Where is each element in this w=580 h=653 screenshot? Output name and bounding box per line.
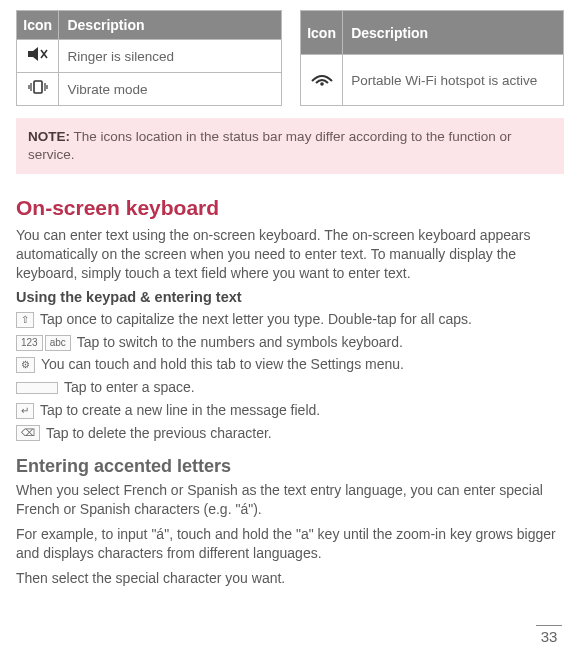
status-icons-table-left: Icon Description Ringer is silenced Vibr…	[16, 10, 282, 106]
space-key-icon	[16, 382, 58, 394]
cell-desc: Ringer is silenced	[59, 40, 282, 73]
svg-rect-3	[34, 81, 42, 93]
line-text: You can touch and hold this tab to view …	[41, 354, 404, 376]
table-row: Ringer is silenced	[17, 40, 282, 73]
keypad-line: 123abc Tap to switch to the numbers and …	[16, 332, 564, 354]
para-accented-3: Then select the special character you wa…	[16, 569, 564, 588]
keypad-line: Tap once to capitalize the next letter y…	[16, 309, 564, 331]
th-desc: Description	[343, 11, 564, 55]
svg-marker-0	[28, 47, 38, 61]
para-accented-2: For example, to input "á", touch and hol…	[16, 525, 564, 563]
th-icon: Icon	[17, 11, 59, 40]
vibrate-icon	[17, 73, 59, 106]
subhead-keypad: Using the keypad & entering text	[16, 289, 564, 305]
shift-key-icon	[16, 312, 34, 328]
para-keyboard: You can enter text using the on-screen k…	[16, 226, 564, 283]
settings-key-icon: ⚙	[16, 357, 35, 373]
keypad-line: Tap to create a new line in the message …	[16, 400, 564, 422]
line-text: Tap to enter a space.	[64, 377, 195, 399]
line-text: Tap to delete the previous character.	[46, 423, 272, 445]
numsym-key-icon: 123abc	[16, 335, 71, 351]
th-icon: Icon	[301, 11, 343, 55]
th-desc: Description	[59, 11, 282, 40]
line-text: Tap to switch to the numbers and symbols…	[77, 332, 403, 354]
icon-tables-row: Icon Description Ringer is silenced Vibr…	[16, 10, 564, 106]
line-text: Tap to create a new line in the message …	[40, 400, 320, 422]
page-number: 33	[536, 625, 562, 645]
heading-onscreen-keyboard: On-screen keyboard	[16, 196, 564, 220]
keypad-line: ⚙ You can touch and hold this tab to vie…	[16, 354, 564, 376]
svg-point-8	[320, 82, 324, 86]
note-text: The icons location in the status bar may…	[28, 129, 512, 162]
speaker-mute-icon	[17, 40, 59, 73]
status-icons-table-right: Icon Description Portable Wi-Fi hotspot …	[300, 10, 564, 106]
note-box: NOTE: The icons location in the status b…	[16, 118, 564, 174]
cell-desc: Vibrate mode	[59, 73, 282, 106]
wifi-hotspot-icon	[301, 55, 343, 106]
heading-accented-letters: Entering accented letters	[16, 456, 564, 477]
keypad-line: Tap to enter a space.	[16, 377, 564, 399]
line-text: Tap once to capitalize the next letter y…	[40, 309, 472, 331]
enter-key-icon	[16, 403, 34, 419]
note-label: NOTE:	[28, 129, 70, 144]
table-row: Portable Wi-Fi hotspot is active	[301, 55, 564, 106]
para-accented-1: When you select French or Spanish as the…	[16, 481, 564, 519]
cell-desc: Portable Wi-Fi hotspot is active	[343, 55, 564, 106]
keypad-line: Tap to delete the previous character.	[16, 423, 564, 445]
table-row: Vibrate mode	[17, 73, 282, 106]
backspace-key-icon	[16, 425, 40, 441]
